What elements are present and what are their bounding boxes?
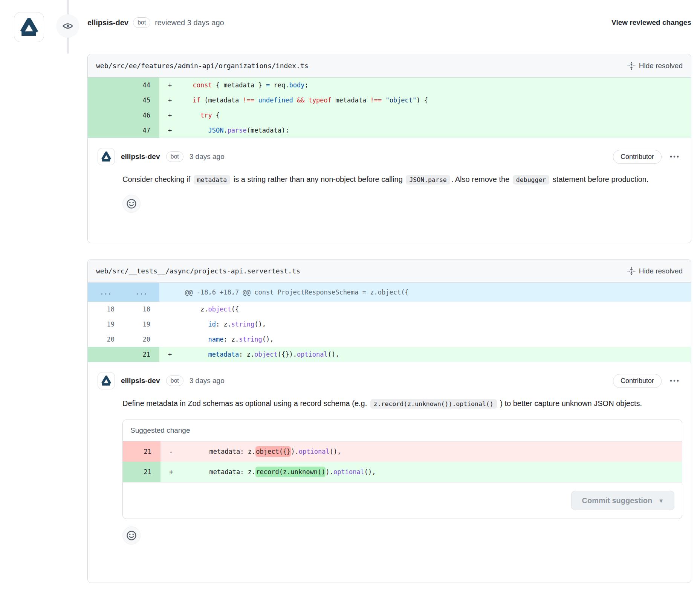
code-line: if (metadata !== undefined && typeof met…	[180, 93, 691, 108]
contributor-badge[interactable]: Contributor	[613, 150, 662, 164]
code-segment: object({}	[255, 446, 291, 457]
old-line-number[interactable]	[88, 347, 124, 362]
suggestion-footer: Commit suggestion ▼	[123, 482, 682, 519]
new-line-number[interactable]: 20	[124, 332, 159, 347]
code-segment: record(z.unknown()	[255, 467, 326, 477]
code-segment	[185, 111, 200, 119]
code-segment: req.	[270, 81, 289, 89]
new-line-number[interactable]: 47	[124, 123, 159, 138]
inline-code: JSON.parse	[406, 175, 450, 185]
code-segment: (),	[328, 351, 339, 358]
old-line-number[interactable]: 19	[88, 317, 124, 332]
code-segment	[293, 96, 297, 104]
add-reaction-button[interactable]	[122, 195, 141, 213]
hide-resolved-label: Hide resolved	[639, 267, 683, 275]
code-segment: metadata	[208, 351, 239, 358]
new-line-number[interactable]: 21	[124, 347, 159, 362]
review-author[interactable]: ellipsis-dev	[87, 18, 128, 27]
diff-sign	[159, 332, 180, 347]
text-run: Consider checking if	[122, 175, 193, 183]
comment-author[interactable]: ellipsis-dev	[121, 153, 160, 161]
diff-sign: +	[159, 108, 180, 123]
code-segment: body	[289, 81, 304, 89]
contributor-badge[interactable]: Contributor	[613, 374, 662, 388]
code-line: metadata: z.object({}).optional(),	[182, 441, 682, 462]
old-line-number[interactable]	[88, 78, 124, 93]
new-line-number[interactable]: ...	[124, 283, 159, 302]
diff-sign	[159, 317, 180, 332]
comment-header: ellipsis-dev bot 3 days ago Contributor	[98, 148, 681, 165]
code-segment: ) {	[416, 96, 428, 104]
hide-resolved-button[interactable]: Hide resolved	[627, 267, 683, 275]
diff-line: 44+ const { metadata } = req.body;	[88, 78, 691, 93]
file-path[interactable]: web/src/__tests__/async/projects-api.ser…	[96, 267, 300, 275]
code-line: const { metadata } = req.body;	[180, 78, 691, 93]
code-segment: &&	[297, 96, 304, 104]
view-reviewed-changes-link[interactable]: View reviewed changes	[611, 18, 691, 27]
new-line-number[interactable]: 46	[124, 108, 159, 123]
smiley-icon	[126, 198, 137, 209]
eye-icon	[62, 21, 73, 31]
kebab-menu-icon[interactable]	[668, 155, 681, 158]
suggested-change-header: Suggested change	[123, 420, 682, 441]
file-path[interactable]: web/src/ee/features/admin-api/organizati…	[96, 62, 309, 70]
kebab-menu-icon[interactable]	[668, 379, 681, 382]
bot-badge: bot	[166, 151, 183, 162]
code-segment: metadata: z.	[186, 448, 255, 455]
old-line-number[interactable]: 18	[88, 302, 124, 317]
code-segment: (),	[254, 320, 266, 328]
bot-badge: bot	[133, 17, 150, 28]
comment-body: Define metadata in Zod schemas as option…	[122, 396, 681, 411]
ellipsis-logo-icon	[18, 16, 40, 38]
diff-line: 21+ metadata: z.object({}).optional(),	[88, 347, 691, 362]
code-segment	[185, 96, 193, 104]
hide-resolved-button[interactable]: Hide resolved	[627, 62, 683, 70]
avatar[interactable]	[98, 372, 115, 389]
code-segment	[382, 96, 385, 104]
comment-header: ellipsis-dev bot 3 days ago Contributor	[98, 372, 681, 389]
code-segment: ;	[304, 81, 308, 89]
code-segment: =	[266, 81, 270, 89]
new-line-number[interactable]: 18	[124, 302, 159, 317]
diff-block: ......@@ -18,6 +18,7 @@ const ProjectRes…	[88, 283, 691, 362]
commit-suggestion-button[interactable]: Commit suggestion ▼	[571, 491, 674, 510]
code-segment: (),	[330, 448, 341, 455]
code-segment: object	[208, 305, 231, 313]
diff-line: 21- metadata: z.object({}).optional(),	[123, 441, 682, 462]
old-line-number[interactable]	[88, 108, 124, 123]
file-header: web/src/ee/features/admin-api/organizati…	[88, 54, 691, 78]
ellipsis-logo-icon	[100, 375, 112, 387]
code-segment: { metadata }	[212, 81, 266, 89]
code-segment: ).	[326, 468, 333, 476]
old-line-number[interactable]	[88, 93, 124, 108]
review-meta: reviewed 3 days ago	[155, 18, 224, 27]
avatar[interactable]	[14, 12, 44, 42]
comment-author[interactable]: ellipsis-dev	[121, 377, 160, 385]
code-segment: if	[193, 96, 200, 104]
diff-sign	[159, 283, 180, 302]
line-number: 21	[123, 462, 160, 482]
code-segment: (),	[262, 336, 274, 343]
old-line-number[interactable]: 20	[88, 332, 124, 347]
old-line-number[interactable]: ...	[88, 283, 124, 302]
new-line-number[interactable]: 19	[124, 317, 159, 332]
comment-timestamp[interactable]: 3 days ago	[190, 153, 225, 161]
inline-code: z.record(z.unknown()).optional()	[370, 399, 497, 409]
code-segment	[185, 336, 208, 343]
new-line-number[interactable]: 45	[124, 93, 159, 108]
new-line-number[interactable]: 44	[124, 78, 159, 93]
bot-badge: bot	[166, 375, 183, 386]
old-line-number[interactable]	[88, 123, 124, 138]
comment-timestamp[interactable]: 3 days ago	[190, 377, 225, 385]
avatar[interactable]	[98, 148, 115, 165]
chevron-down-icon: ▼	[658, 498, 664, 504]
add-reaction-button[interactable]	[122, 526, 141, 545]
file-header: web/src/__tests__/async/projects-api.ser…	[88, 259, 691, 283]
code-segment: .	[223, 127, 227, 134]
code-segment: JSON	[208, 127, 223, 134]
code-segment	[304, 96, 308, 104]
hide-resolved-label: Hide resolved	[639, 62, 683, 70]
text-run: ) to better capture unknown JSON objects…	[498, 399, 642, 407]
kebab-dots	[669, 379, 679, 382]
code-segment	[185, 351, 208, 358]
